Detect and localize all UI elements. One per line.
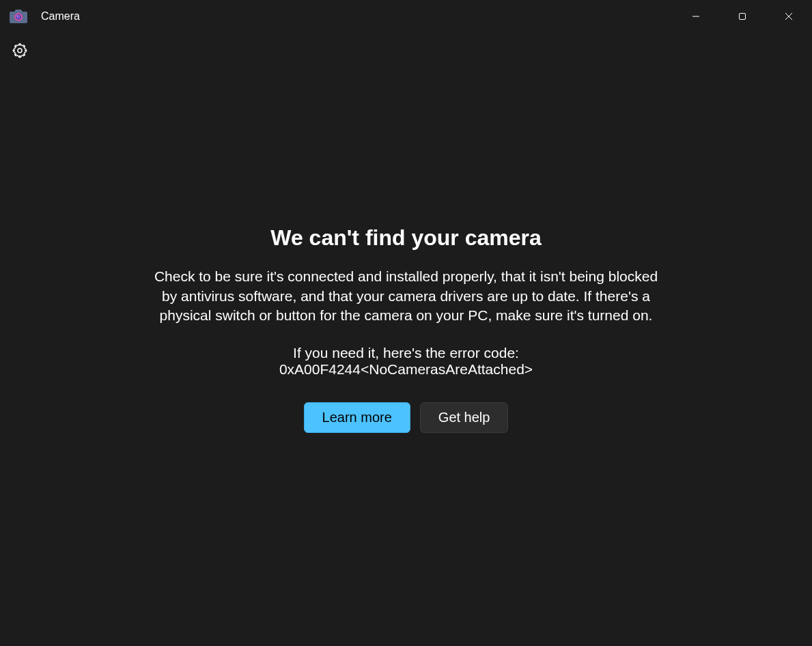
error-heading: We can't find your camera bbox=[270, 225, 541, 251]
error-content: We can't find your camera Check to be su… bbox=[0, 12, 812, 646]
error-code: 0xA00F4244<NoCamerasAreAttached> bbox=[279, 361, 533, 378]
error-code-intro: If you need it, here's the error code: bbox=[293, 345, 519, 361]
error-description: Check to be sure it's connected and inst… bbox=[147, 267, 666, 325]
get-help-button[interactable]: Get help bbox=[420, 402, 509, 433]
button-row: Learn more Get help bbox=[304, 402, 509, 433]
learn-more-button[interactable]: Learn more bbox=[304, 402, 410, 433]
